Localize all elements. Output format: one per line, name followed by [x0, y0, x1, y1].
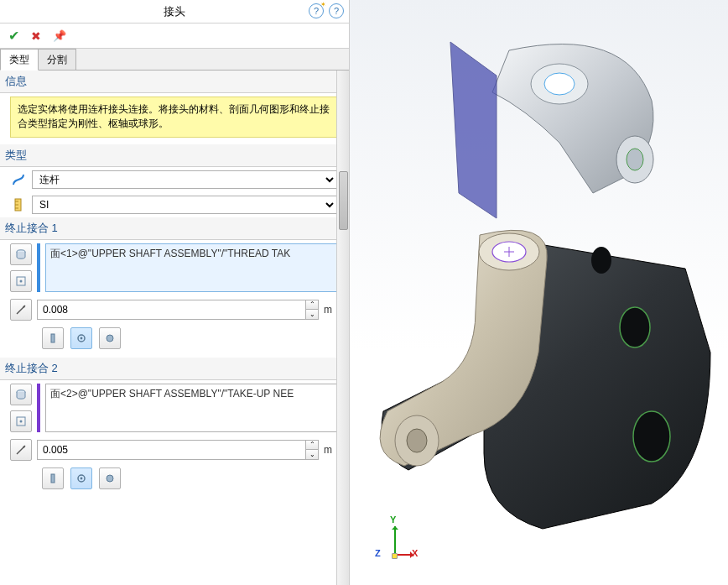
joint2-face-list[interactable]: 面<2>@"UPPER SHAFT ASSEMBLY"/"TAKE-UP NEE [45, 384, 337, 432]
section-title-type: 类型 [5, 148, 27, 163]
ok-button[interactable]: ✔ [8, 28, 19, 44]
info-message: 选定实体将使用连杆接头连接。将接头的材料、剖面几何图形和终止接合类型指定为刚性、… [10, 97, 337, 138]
joint2-value-input-wrap: ⌃ ⌄ [37, 440, 319, 460]
svg-point-6 [20, 279, 23, 282]
pivot-end-button[interactable] [70, 467, 92, 489]
joint1-value-input-wrap: ⌃ ⌄ [37, 300, 319, 320]
ruler-icon [10, 196, 27, 213]
dimension-icon[interactable] [10, 299, 32, 321]
graphics-viewport[interactable]: Y X Z [350, 0, 728, 585]
face-select-icon[interactable] [10, 384, 32, 405]
joint1-unit: m [324, 304, 337, 316]
panel-scrollbar[interactable] [336, 71, 349, 585]
joint2-end-type-row [0, 464, 347, 498]
unit-row: SI [0, 192, 347, 217]
svg-point-34 [407, 429, 427, 452]
pivot-end-button[interactable] [70, 327, 92, 349]
spin-down-button[interactable]: ⌄ [305, 309, 319, 320]
svg-point-26 [544, 73, 575, 95]
connector-type-row: 连杆 [0, 167, 347, 192]
svg-rect-18 [51, 474, 55, 483]
ball-end-button[interactable] [99, 327, 121, 349]
unit-select[interactable]: SI [32, 196, 337, 214]
ball-end-button[interactable] [99, 467, 121, 489]
section-title-joint1: 终止接合 1 [5, 221, 58, 236]
svg-point-11 [81, 337, 83, 339]
joint1-end-type-row [0, 324, 347, 358]
svg-point-23 [620, 307, 650, 347]
model-view[interactable] [350, 0, 728, 585]
panel-title: 接头 [164, 4, 185, 19]
svg-point-24 [591, 247, 611, 274]
joint1-face-list[interactable]: 面<1>@"UPPER SHAFT ASSEMBLY"/"THREAD TAK [45, 243, 337, 292]
orientation-triad[interactable]: Y X Z [373, 516, 424, 567]
axis-y-label: Y [390, 514, 396, 525]
tab-type[interactable]: 类型 [0, 49, 39, 71]
connector-icon [10, 171, 27, 188]
triad-origin-icon [392, 553, 398, 559]
header-help-group: ? ? [309, 3, 344, 18]
axis-z-label: Z [375, 548, 381, 558]
pin-button[interactable]: 📌 [53, 29, 66, 42]
svg-point-20 [81, 477, 83, 479]
joint2-value-row: ⌃ ⌄ m [0, 436, 347, 464]
sections-scroll[interactable]: 信息 ⌃ 选定实体将使用连杆接头连接。将接头的材料、剖面几何图形和终止接合类型指… [0, 71, 349, 585]
vertex-select-icon[interactable] [10, 270, 32, 292]
spin-down-button[interactable]: ⌄ [305, 449, 319, 460]
axis-x-label: X [412, 548, 418, 558]
face-select-icon[interactable] [10, 243, 32, 265]
section-title-info: 信息 [5, 74, 27, 89]
accent-strip [37, 384, 40, 432]
svg-point-12 [107, 335, 113, 342]
tabs: 类型 分割 [0, 49, 349, 71]
panel-header: 接头 ? ? [0, 0, 349, 24]
section-header-type[interactable]: 类型 ⌃ [0, 144, 347, 167]
property-panel: 接头 ? ? ✔ ✖ 📌 类型 分割 信息 ⌃ 选定实体将使用连杆接头连接。将接… [0, 0, 350, 585]
joint1-face-row: 面<1>@"UPPER SHAFT ASSEMBLY"/"THREAD TAK [0, 240, 347, 295]
joint1-value-input[interactable] [37, 300, 305, 320]
section-header-info[interactable]: 信息 ⌃ [0, 71, 347, 93]
joint1-value-row: ⌃ ⌄ m [0, 295, 347, 324]
dimension-icon[interactable] [10, 439, 32, 461]
section-title-joint2: 终止接合 2 [5, 361, 58, 376]
cancel-button[interactable]: ✖ [31, 29, 41, 43]
svg-rect-9 [51, 334, 55, 342]
help-button[interactable]: ? [329, 3, 344, 18]
accent-strip [37, 243, 40, 292]
spin-up-button[interactable]: ⌃ [305, 300, 319, 310]
spin-up-button[interactable]: ⌃ [305, 440, 319, 450]
svg-point-15 [20, 420, 23, 422]
joint2-face-row: 面<2>@"UPPER SHAFT ASSEMBLY"/"TAKE-UP NEE [0, 380, 347, 436]
joint2-spinner: ⌃ ⌄ [305, 440, 319, 460]
svg-point-28 [627, 149, 643, 170]
help-tips-button[interactable]: ? [309, 3, 324, 18]
rigid-end-button[interactable] [42, 467, 64, 489]
tab-split[interactable]: 分割 [38, 49, 76, 70]
connector-type-select[interactable]: 连杆 [32, 170, 337, 189]
section-header-joint2[interactable]: 终止接合 2 ⌃ [0, 358, 347, 380]
rigid-end-button[interactable] [42, 327, 64, 349]
joint1-side-icons [10, 243, 32, 292]
joint2-side-icons [10, 384, 32, 432]
vertex-select-icon[interactable] [10, 410, 32, 432]
confirm-bar: ✔ ✖ 📌 [0, 24, 349, 49]
joint2-unit: m [324, 444, 337, 456]
svg-point-22 [633, 411, 670, 462]
scrollbar-thumb[interactable] [339, 171, 348, 230]
svg-point-21 [107, 475, 113, 482]
joint1-spinner: ⌃ ⌄ [305, 300, 319, 320]
joint2-value-input[interactable] [37, 440, 305, 460]
section-header-joint1[interactable]: 终止接合 1 ⌃ [0, 217, 347, 240]
